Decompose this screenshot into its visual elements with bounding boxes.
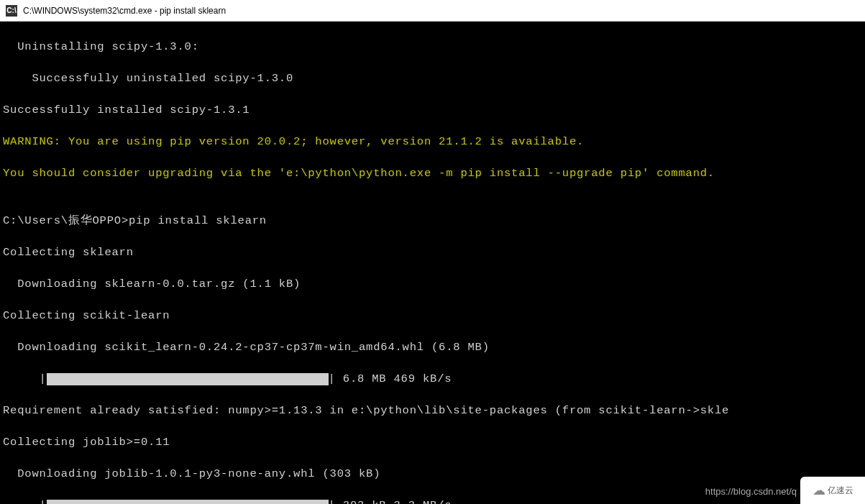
window-title: C:\WINDOWS\system32\cmd.exe - pip instal…	[23, 6, 226, 16]
cloud-icon: ☁	[813, 482, 825, 498]
terminal-output[interactable]: Uninstalling scipy-1.3.0: Successfully u…	[0, 22, 865, 504]
cmd-window: C:\ C:\WINDOWS\system32\cmd.exe - pip in…	[0, 0, 865, 504]
progress-line: || 6.8 MB 469 kB/s	[3, 371, 862, 387]
progress-bar	[47, 373, 329, 385]
output-line: Collecting scikit-learn	[3, 308, 862, 324]
output-line: Downloading sklearn-0.0.tar.gz (1.1 kB)	[3, 276, 862, 292]
bar-suffix: | 6.8 MB 469 kB/s	[329, 371, 452, 387]
watermark-text: https://blog.csdn.net/q	[705, 486, 797, 497]
output-line: Successfully uninstalled scipy-1.3.0	[3, 70, 862, 86]
bar-suffix: | 303 kB 3.3 MB/s	[329, 498, 452, 504]
prompt-line: C:\Users\振华OPPO>pip install sklearn	[3, 213, 862, 229]
output-line: Downloading scikit_learn-0.24.2-cp37-cp3…	[3, 339, 862, 355]
logo-badge: ☁ 亿速云	[800, 477, 865, 504]
output-line: Successfully installed scipy-1.3.1	[3, 102, 862, 118]
bar-prefix: |	[3, 371, 47, 387]
output-line: Uninstalling scipy-1.3.0:	[3, 39, 862, 55]
progress-bar	[47, 500, 329, 505]
titlebar[interactable]: C:\ C:\WINDOWS\system32\cmd.exe - pip in…	[0, 0, 865, 22]
cmd-icon: C:\	[6, 5, 17, 17]
output-line: Collecting sklearn	[3, 244, 862, 260]
warning-line: You should consider upgrading via the 'e…	[3, 165, 862, 181]
output-line: Downloading joblib-1.0.1-py3-none-any.wh…	[3, 466, 862, 482]
bar-prefix: |	[3, 498, 47, 504]
progress-line: || 303 kB 3.3 MB/s	[3, 498, 862, 504]
warning-line: WARNING: You are using pip version 20.0.…	[3, 134, 862, 150]
output-line: Requirement already satisfied: numpy>=1.…	[3, 403, 862, 418]
logo-text: 亿速云	[828, 485, 853, 497]
output-line: Collecting joblib>=0.11	[3, 434, 862, 450]
